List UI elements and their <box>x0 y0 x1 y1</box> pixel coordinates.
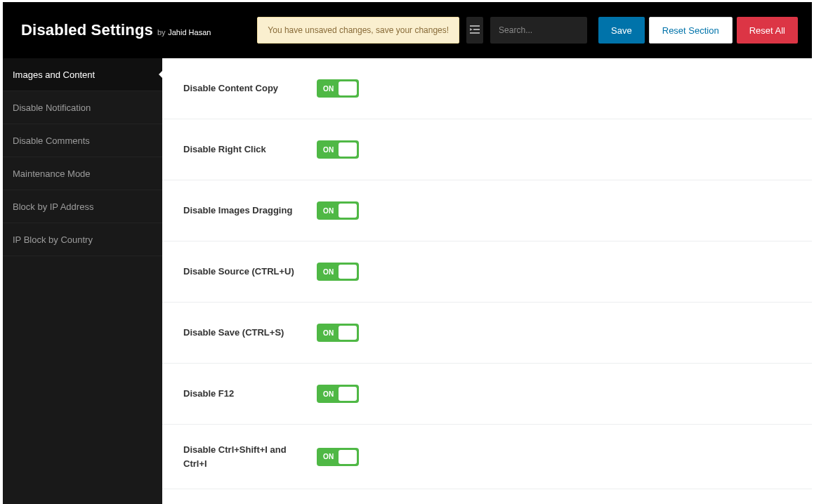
setting-row-disable-content-copy: Disable Content Copy ON <box>162 58 812 119</box>
reset-all-button[interactable]: Reset All <box>737 17 798 44</box>
sidebar-item-label: Disable Notification <box>13 102 91 113</box>
author-wrap: by Jahid Hasan <box>157 27 211 37</box>
save-button[interactable]: Save <box>598 17 645 44</box>
toggle-disable-content-copy[interactable]: ON <box>317 79 359 98</box>
toggle-on-label: ON <box>323 146 334 154</box>
toggle-on-label: ON <box>323 390 334 398</box>
svg-rect-1 <box>473 29 480 30</box>
toggle-knob <box>339 204 357 218</box>
setting-label: Disable Save (CTRL+S) <box>183 326 317 340</box>
setting-row-disable-right-click: Disable Right Click ON <box>162 119 812 180</box>
sidebar-item-disable-notification[interactable]: Disable Notification <box>3 91 162 124</box>
setting-row-disable-source: Disable Source (CTRL+U) ON <box>162 241 812 303</box>
search-input[interactable] <box>490 17 587 44</box>
by-prefix: by <box>157 28 166 37</box>
toggle-disable-images-dragging[interactable]: ON <box>317 201 359 220</box>
setting-label: Disable Images Dragging <box>183 204 317 218</box>
sidebar-item-disable-comments[interactable]: Disable Comments <box>3 124 162 157</box>
sidebar-item-ip-block-by-country[interactable]: IP Block by Country <box>3 223 162 256</box>
toggle-knob <box>339 326 357 340</box>
sidebar-item-label: Images and Content <box>13 69 95 80</box>
toggle-knob <box>339 265 357 279</box>
author-name: Jahid Hasan <box>168 28 211 37</box>
toggle-disable-f12[interactable]: ON <box>317 385 359 403</box>
toggle-on-label: ON <box>323 329 334 337</box>
unsaved-banner: You have unsaved changes, save your chan… <box>257 17 459 44</box>
toggle-disable-ctrl-shift-i[interactable]: ON <box>317 448 359 466</box>
toggle-on-label: ON <box>323 207 334 215</box>
svg-rect-0 <box>470 25 480 27</box>
setting-row-disable-ctrl-shift-i: Disable Ctrl+Shift+I and Ctrl+I ON <box>162 425 812 489</box>
toggle-disable-source[interactable]: ON <box>317 263 359 281</box>
sidebar-item-block-by-ip-address[interactable]: Block by IP Address <box>3 190 162 223</box>
sidebar-item-label: IP Block by Country <box>13 234 93 245</box>
svg-rect-3 <box>470 32 480 34</box>
toggle-knob <box>339 387 357 401</box>
sidebar-item-images-and-content[interactable]: Images and Content <box>3 58 162 91</box>
app-root: Disabled Settings by Jahid Hasan You hav… <box>0 0 814 504</box>
setting-label: Disable Ctrl+Shift+I and Ctrl+I <box>183 443 317 470</box>
setting-label: Disable Content Copy <box>183 81 317 95</box>
title-area: Disabled Settings by Jahid Hasan <box>21 21 211 39</box>
content-panel: Disable Content Copy ON Disable Right Cl… <box>162 58 812 504</box>
toggle-disable-save[interactable]: ON <box>317 324 359 342</box>
toggle-disable-right-click[interactable]: ON <box>317 140 359 159</box>
sidebar: Images and Content Disable Notification … <box>3 58 162 504</box>
toggle-knob <box>339 81 357 95</box>
sidebar-item-maintenance-mode[interactable]: Maintenance Mode <box>3 157 162 190</box>
indent-icon <box>470 25 480 36</box>
setting-row-disable-images-dragging: Disable Images Dragging ON <box>162 180 812 241</box>
sidebar-item-label: Disable Comments <box>13 135 90 146</box>
setting-label: Disable Right Click <box>183 142 317 157</box>
reset-section-button[interactable]: Reset Section <box>649 17 733 44</box>
sidebar-item-label: Block by IP Address <box>13 201 93 212</box>
toggle-on-label: ON <box>323 453 334 460</box>
sidebar-item-label: Maintenance Mode <box>13 168 91 179</box>
toggle-knob <box>339 450 357 464</box>
svg-marker-2 <box>470 28 473 31</box>
topbar: Disabled Settings by Jahid Hasan You hav… <box>3 2 812 58</box>
setting-label: Disable F12 <box>183 387 317 401</box>
toggle-on-label: ON <box>323 268 334 276</box>
toggle-on-label: ON <box>323 85 334 93</box>
page-title: Disabled Settings <box>21 21 153 39</box>
setting-row-disable-save: Disable Save (CTRL+S) ON <box>162 303 812 364</box>
toggle-knob <box>339 142 357 157</box>
expand-collapse-button[interactable] <box>466 17 483 44</box>
setting-label: Disable Source (CTRL+U) <box>183 265 317 279</box>
setting-row-disable-f12: Disable F12 ON <box>162 364 812 425</box>
